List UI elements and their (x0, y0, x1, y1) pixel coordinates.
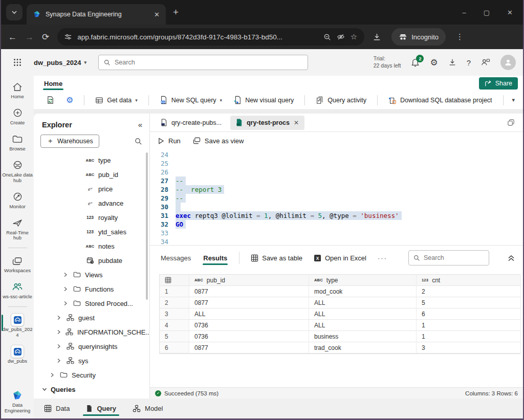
new-tab-button[interactable]: + (173, 7, 179, 18)
column-header-pub_id[interactable]: ABCpub_id (189, 275, 309, 286)
settings-button[interactable]: ⚙ (63, 93, 76, 107)
chevron-right-icon[interactable] (63, 272, 69, 277)
tab-home[interactable]: Home (44, 80, 62, 91)
tree-item[interactable]: Stored Proced... (34, 296, 149, 311)
explorer-scrollbar[interactable] (146, 152, 148, 300)
code-line[interactable]: 25 (150, 159, 523, 168)
tree-item[interactable]: INFORMATION_SCHE... (34, 325, 149, 339)
tree-item[interactable]: Security (34, 368, 149, 382)
url-bar[interactable]: app.fabric.microsoft.com/groups/8742d3fd… (57, 28, 364, 46)
tab-search-button[interactable] (6, 4, 23, 20)
get-data-button[interactable]: Get data▾ (92, 94, 140, 107)
code-line[interactable]: 34 (150, 237, 523, 245)
grid-cell[interactable]: 3 (417, 342, 521, 353)
tree-item[interactable]: ABCtype (34, 153, 149, 167)
sidebar-item-browse[interactable]: Browse (1, 131, 34, 154)
tree-item[interactable]: ABCpub_id (34, 167, 149, 182)
account-avatar[interactable] (500, 55, 516, 70)
help-icon[interactable]: ? (467, 59, 471, 67)
tree-item[interactable]: 123royalty (34, 210, 149, 225)
chevron-right-icon[interactable] (57, 315, 62, 320)
code-line[interactable]: 28-- report 3 (150, 185, 523, 194)
query-tab-active[interactable]: qry-test-procs ✕ (230, 116, 304, 130)
row-number[interactable]: 1 (160, 286, 189, 297)
download-icon[interactable] (373, 33, 381, 41)
grid-cell[interactable]: 5 (417, 297, 521, 308)
sidebar-item-workspaces[interactable]: Workspaces (1, 253, 34, 276)
tab-query[interactable]: Query (85, 400, 117, 417)
collapse-results-icon[interactable] (508, 255, 515, 261)
ribbon-collapse-chevron[interactable]: ▾ (512, 97, 515, 103)
browser-tab[interactable]: Synapse Data Engineering ✕ (27, 4, 166, 25)
row-number[interactable]: 2 (160, 297, 189, 308)
copy-icon[interactable] (507, 119, 515, 126)
chevron-right-icon[interactable] (57, 358, 62, 363)
grid-cell[interactable]: ALL (309, 320, 417, 331)
tune-icon[interactable] (64, 33, 72, 40)
tree-item[interactable]: sys (34, 353, 149, 368)
search-input[interactable] (115, 59, 302, 66)
grid-cell[interactable]: 1 (417, 320, 521, 331)
grid-cell[interactable]: trad_cook (309, 342, 417, 353)
back-icon[interactable]: ← (8, 33, 17, 41)
grid-cell[interactable]: 1 (417, 331, 521, 342)
chevron-down-icon[interactable] (42, 387, 47, 391)
explorer-search-icon[interactable] (135, 138, 142, 145)
close-icon[interactable]: ✕ (507, 9, 513, 16)
row-number[interactable]: 5 (160, 331, 189, 342)
sidebar-item-realtime-hub[interactable]: Real-Time hub (1, 215, 34, 244)
refresh-script-button[interactable] (43, 93, 58, 107)
bookmark-star-icon[interactable]: ☆ (351, 32, 357, 41)
url-text[interactable]: app.fabric.microsoft.com/groups/8742d3fd… (77, 33, 318, 41)
column-header-cnt[interactable]: 123cnt (417, 275, 521, 286)
grid-cell[interactable]: 6 (417, 308, 521, 320)
new-visual-query-button[interactable]: New visual query (230, 93, 297, 107)
column-header-type[interactable]: ABCtype (309, 275, 417, 286)
code-line[interactable]: 27-- (150, 176, 523, 185)
global-search[interactable] (98, 55, 308, 70)
grid-cell[interactable]: mod_cook (309, 286, 417, 297)
open-in-excel-button[interactable]: X Open in Excel (314, 254, 366, 262)
sidebar-item-create[interactable]: Create (1, 105, 34, 128)
grid-cell[interactable]: 0877 (189, 342, 309, 353)
chevron-right-icon[interactable] (63, 301, 69, 306)
notifications-button[interactable]: 2 (411, 58, 420, 67)
incognito-badge[interactable]: Incognito (391, 28, 446, 46)
code-line[interactable]: 24 (150, 150, 523, 159)
select-all-cell[interactable] (160, 275, 189, 286)
tab-data[interactable]: Data (43, 400, 71, 417)
results-search-input[interactable] (424, 254, 484, 261)
code-line[interactable]: 31exec reptq3 @lolimit = 1, @hilimit = 5… (150, 211, 523, 220)
more-options-icon[interactable]: ··· (378, 254, 387, 262)
code-line[interactable]: 33 (150, 229, 523, 237)
tab-messages[interactable]: Messages (160, 247, 191, 269)
minimize-icon[interactable]: – (463, 9, 466, 16)
grid-cell[interactable]: ALL (189, 308, 309, 320)
query-tab-inactive[interactable]: qry-create-pubs... (155, 116, 227, 130)
row-number[interactable]: 4 (160, 320, 189, 331)
browser-menu-icon[interactable]: ⋮ (456, 32, 464, 41)
run-button[interactable]: Run (158, 137, 181, 145)
grid-cell[interactable]: 0736 (189, 320, 309, 331)
tree-item[interactable]: 123ytd_sales (34, 225, 149, 239)
grid-cell[interactable]: ALL (309, 297, 417, 308)
reload-icon[interactable]: ⟳ (42, 33, 49, 41)
sidebar-item-ws-ssc-article[interactable]: ws-ssc-article (1, 279, 34, 302)
new-sql-query-button[interactable]: SQL New SQL query▾ (157, 93, 225, 107)
tree-item[interactable]: ABCnotes (34, 239, 149, 253)
downloads-icon[interactable] (448, 58, 456, 67)
close-tab-icon[interactable]: ✕ (294, 119, 299, 126)
tree-item[interactable]: Queries (34, 382, 149, 396)
add-warehouses-button[interactable]: ＋ Warehouses (40, 135, 99, 148)
chevron-right-icon[interactable] (63, 286, 69, 292)
workspace-switcher[interactable]: dw_pubs_2024 ▾ (34, 59, 86, 67)
tree-item[interactable]: eˣprice (34, 182, 149, 196)
tab-model[interactable]: Model (132, 400, 164, 417)
chevron-right-icon[interactable] (57, 329, 61, 335)
collapse-panel-icon[interactable]: « (138, 120, 142, 129)
maximize-icon[interactable]: ▢ (484, 9, 490, 16)
eye-off-icon[interactable] (337, 33, 345, 41)
tab-close-icon[interactable]: ✕ (154, 11, 160, 18)
zoom-icon[interactable] (323, 33, 331, 41)
code-line[interactable]: 29-- (150, 194, 523, 203)
